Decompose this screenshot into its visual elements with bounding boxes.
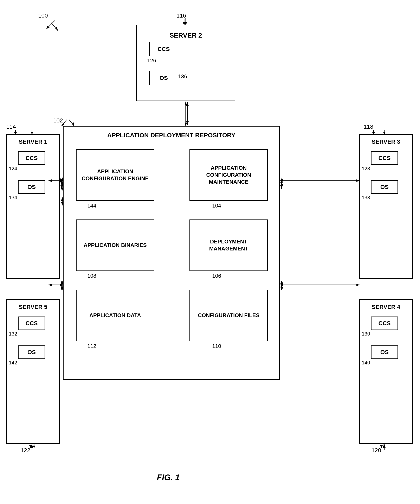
- svg-marker-45: [280, 281, 283, 284]
- svg-marker-13: [61, 202, 64, 205]
- ref-104-label: 104: [212, 203, 221, 209]
- server1-box: SERVER 1 CCS 124 OS 134: [6, 134, 60, 279]
- svg-marker-3: [183, 22, 185, 25]
- ref-112-label: 112: [87, 343, 96, 349]
- right-h-arrow-1: [280, 178, 283, 190]
- ref-130-label: 130: [362, 331, 370, 337]
- app-config-maintenance-title: APPLICATION CONFIGURATION MAINTENANCE: [190, 162, 267, 187]
- ref-140-label: 140: [362, 360, 370, 366]
- ref-108-label: 108: [87, 273, 96, 279]
- app-config-maintenance-box: APPLICATION CONFIGURATION MAINTENANCE: [189, 149, 268, 201]
- arrow-server5-bottom: [32, 444, 36, 449]
- server2-ccs-box: CCS: [149, 42, 178, 56]
- server3-box: SERVER 3 CCS 128 OS 138: [359, 134, 413, 279]
- svg-marker-39: [60, 281, 63, 284]
- ref-136-label: 136: [178, 73, 187, 80]
- server5-os-box: OS: [18, 345, 45, 359]
- server4-os-box: OS: [371, 345, 398, 359]
- right-h-arrow-2: [280, 279, 283, 292]
- svg-marker-6: [186, 121, 189, 125]
- figure-caption: FIG. 1: [157, 473, 180, 482]
- arrow-h-server1-repo: [60, 192, 64, 200]
- deployment-mgmt-title: DEPLOYMENT MANAGEMENT: [190, 236, 267, 254]
- svg-marker-37: [60, 186, 63, 189]
- server4-ccs-box: CCS: [371, 317, 398, 330]
- svg-marker-50: [383, 446, 385, 448]
- server1-ccs-box: CCS: [18, 151, 45, 165]
- diagram-container: 100 SERVER 2 CCS OS 126 136 116 APPLICAT…: [0, 0, 420, 504]
- svg-marker-40: [60, 287, 63, 290]
- app-binaries-title: APPLICATION BINARIES: [82, 240, 149, 251]
- server5-ccs-box: CCS: [18, 317, 45, 330]
- server4-box: SERVER 4 CCS 130 OS 140: [359, 299, 413, 444]
- arrow-server2-repo: [183, 101, 191, 126]
- central-repo-box: APPLICATION DEPLOYMENT REPOSITORY 102 AP…: [63, 126, 280, 380]
- ref-124-label: 124: [9, 166, 17, 172]
- app-data-title: APPLICATION DATA: [87, 310, 143, 321]
- left-h-arrow-2: [60, 279, 63, 292]
- app-config-engine-box: APPLICATION CONFIGURATION ENGINE: [76, 149, 154, 201]
- server2-title: SERVER 2: [167, 29, 204, 42]
- ref-144-label: 144: [87, 203, 96, 209]
- svg-marker-10: [14, 132, 17, 135]
- ref-106-label: 106: [212, 273, 221, 279]
- server5-box: SERVER 5 CCS 132 OS 142: [6, 299, 60, 444]
- svg-marker-43: [280, 186, 283, 189]
- config-files-box: CONFIGURATION FILES: [189, 290, 268, 341]
- server2-box: SERVER 2 CCS OS 126 136: [136, 25, 235, 101]
- server1-os-box: OS: [18, 180, 45, 194]
- arrow-100: [44, 20, 57, 32]
- ref-134-label: 134: [9, 195, 17, 200]
- ref-128-label: 128: [362, 166, 370, 172]
- app-config-engine-title: APPLICATION CONFIGURATION ENGINE: [77, 166, 154, 184]
- ref-142-label: 142: [9, 360, 17, 366]
- app-binaries-box: APPLICATION BINARIES: [76, 220, 154, 271]
- ref-132-label: 132: [9, 331, 17, 337]
- svg-marker-5: [186, 102, 189, 106]
- app-data-box: APPLICATION DATA: [76, 290, 154, 341]
- server5-title: SERVER 5: [19, 304, 47, 310]
- server3-ccs-box: CCS: [371, 151, 398, 165]
- svg-marker-30: [372, 132, 375, 135]
- server1-title: SERVER 1: [19, 138, 47, 145]
- svg-marker-48: [33, 446, 35, 448]
- arrow-116: [180, 18, 188, 26]
- svg-marker-36: [60, 180, 63, 183]
- arrow-server4-bottom: [382, 444, 386, 449]
- ref-138-label: 138: [362, 195, 370, 200]
- ref-100: 100: [38, 12, 48, 19]
- server3-title: SERVER 3: [372, 138, 400, 145]
- ref-126-label: 126: [147, 57, 156, 64]
- arrow-118: [369, 129, 378, 135]
- left-h-arrow-1: [60, 178, 63, 190]
- arrow-102: [60, 119, 69, 127]
- server4-title: SERVER 4: [372, 304, 400, 310]
- repo-title: APPLICATION DEPLOYMENT REPOSITORY: [64, 131, 279, 139]
- svg-marker-46: [280, 287, 283, 290]
- ref-110-label: 110: [212, 343, 221, 349]
- config-files-title: CONFIGURATION FILES: [196, 310, 262, 321]
- server2-os-box: OS: [149, 71, 178, 85]
- arrow-114: [11, 129, 20, 135]
- svg-marker-8: [61, 123, 65, 126]
- deployment-mgmt-box: DEPLOYMENT MANAGEMENT: [189, 220, 268, 271]
- svg-marker-42: [280, 180, 283, 183]
- svg-marker-32: [29, 445, 32, 448]
- server3-os-box: OS: [371, 180, 398, 194]
